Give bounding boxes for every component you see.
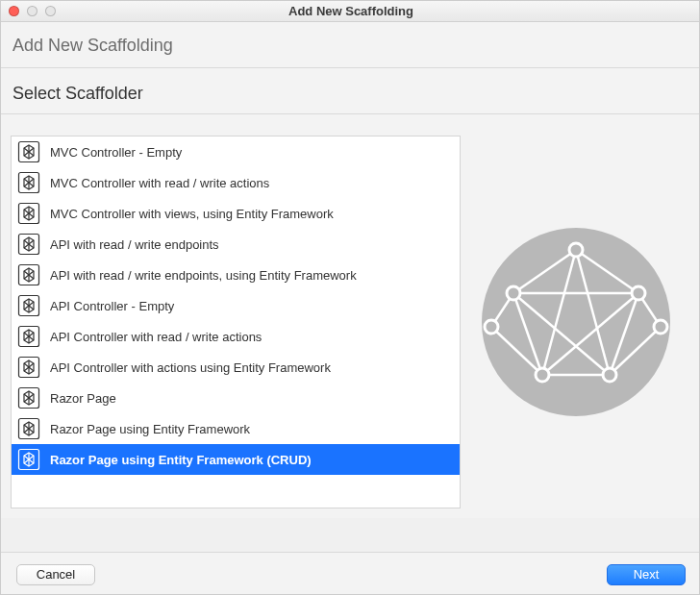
list-item-label: API with read / write endpoints, using E… [50, 268, 357, 283]
svg-point-71 [507, 286, 520, 300]
section-label: Select Scaffolder [1, 68, 700, 113]
next-button[interactable]: Next [607, 564, 686, 585]
dialog-footer: Cancel Next [1, 552, 700, 595]
svg-point-75 [536, 368, 549, 382]
scaffold-item-icon [17, 417, 40, 440]
window-title: Add New Scaffolding [1, 4, 700, 18]
scaffold-item-icon [17, 263, 40, 286]
scaffold-item-icon [17, 325, 40, 348]
list-item-label: API Controller with actions using Entity… [50, 360, 331, 375]
list-item[interactable]: API with read / write endpoints [12, 229, 460, 260]
scaffold-item-icon [17, 171, 40, 194]
scaffold-item-icon [17, 356, 40, 379]
list-item-label: API Controller with read / write actions [50, 330, 262, 344]
content-area: MVC Controller - Empty MVC Controller wi… [1, 114, 700, 518]
cancel-button[interactable]: Cancel [16, 564, 95, 585]
list-item[interactable]: MVC Controller with read / write actions [12, 167, 460, 198]
preview-pane [461, 136, 691, 508]
list-item[interactable]: Razor Page using Entity Framework [12, 413, 460, 444]
list-item-label: MVC Controller with read / write actions [50, 176, 269, 190]
svg-point-74 [654, 320, 667, 334]
scaffold-item-icon [17, 448, 40, 471]
svg-point-73 [485, 320, 498, 334]
list-item[interactable]: API with read / write endpoints, using E… [12, 260, 460, 290]
list-item-label: MVC Controller - Empty [50, 145, 182, 160]
scaffolder-list[interactable]: MVC Controller - Empty MVC Controller wi… [11, 136, 461, 508]
page-title: Add New Scaffolding [1, 22, 700, 68]
scaffold-item-icon [17, 140, 40, 163]
list-item[interactable]: MVC Controller - Empty [12, 136, 460, 167]
list-item[interactable]: API Controller with actions using Entity… [12, 352, 460, 383]
list-item[interactable]: Razor Page using Entity Framework (CRUD) [12, 444, 460, 475]
list-item-label: Razor Page using Entity Framework [50, 422, 250, 436]
svg-point-70 [569, 243, 583, 257]
list-item-label: API Controller - Empty [50, 299, 174, 313]
scaffold-graph-icon [480, 226, 672, 418]
scaffold-item-icon [17, 386, 40, 409]
list-item[interactable]: Razor Page [12, 383, 460, 413]
scaffold-item-icon [17, 202, 40, 225]
list-item-label: API with read / write endpoints [50, 237, 219, 252]
list-item-label: Razor Page using Entity Framework (CRUD) [50, 453, 312, 467]
list-item[interactable]: API Controller - Empty [12, 290, 460, 321]
scaffold-item-icon [17, 294, 40, 317]
svg-point-76 [603, 368, 616, 382]
list-item[interactable]: API Controller with read / write actions [12, 321, 460, 352]
list-item[interactable]: MVC Controller with views, using Entity … [12, 198, 460, 229]
list-item-label: MVC Controller with views, using Entity … [50, 207, 334, 221]
svg-point-72 [632, 286, 645, 300]
scaffold-item-icon [17, 233, 40, 256]
dialog-window: Add New Scaffolding Add New Scaffolding … [1, 1, 700, 595]
titlebar: Add New Scaffolding [1, 1, 700, 22]
list-item-label: Razor Page [50, 391, 116, 406]
